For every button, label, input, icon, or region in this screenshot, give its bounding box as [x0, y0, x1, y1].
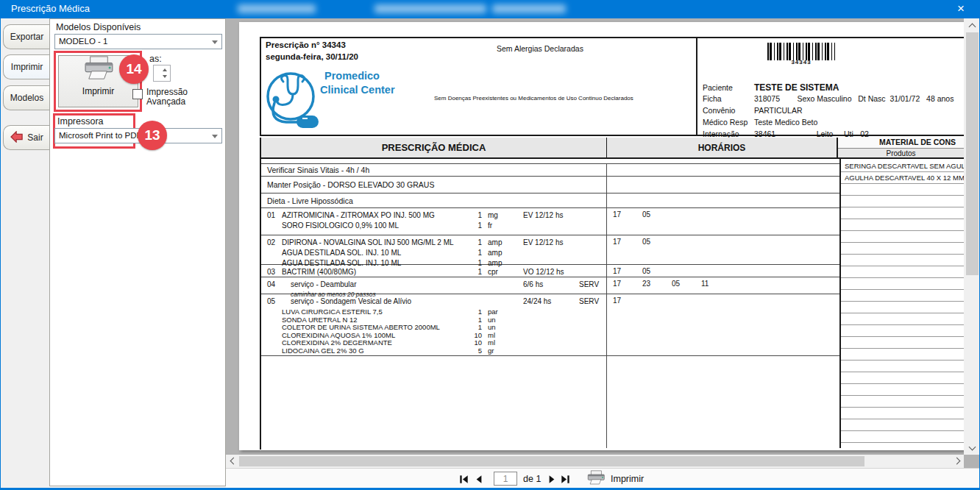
chevron-down-icon [212, 135, 218, 138]
close-icon[interactable]: × [948, 0, 973, 18]
sidebar-tab-label: Modelos [10, 93, 43, 103]
prescription-item-row: 05serviço - Sondagem Vesical de Alívio24… [261, 294, 839, 356]
item-description: serviço - Deambular [291, 280, 356, 288]
logo-line2: Clinical Center [320, 84, 395, 96]
item-tag: SERV [579, 280, 599, 288]
general-order-row: Verificar Sinais Vitais - 4h / 4h [261, 164, 839, 177]
logo-line1: Promedico [324, 70, 380, 82]
produto-row [841, 313, 964, 325]
vertical-scrollbar[interactable] [964, 18, 980, 455]
scroll-down-icon[interactable] [966, 441, 979, 454]
sidebar-tab-label: Sair [27, 132, 43, 143]
filler-cell [261, 356, 607, 448]
item-unit: cpr [488, 268, 498, 276]
produto-row [841, 219, 964, 231]
horarios-cell [607, 164, 839, 176]
horario-time: 23 [642, 280, 672, 288]
page-number-input[interactable] [494, 472, 517, 486]
item-frequency: EV 12/12 hs [523, 211, 563, 219]
patient-row-value: Teste Medico Beto [754, 118, 817, 127]
item-subline: CLOREXIDINA AQUOSA 1% 100ML10ml [261, 331, 606, 339]
horario-time: 17 [613, 267, 642, 275]
scroll-up-icon[interactable] [966, 19, 979, 32]
left-tab-strip: ExportarImprimirModelosSair [1, 18, 49, 490]
prescription-item-row: 04serviço - Deambular6/6 hsSERVcaminhar … [261, 277, 839, 294]
copies-stepper[interactable] [153, 65, 171, 82]
prescription-item-cell: 01AZITROMICINA - ZITROMAX PO INJ. 500 MG… [261, 208, 607, 235]
horarios-cell [607, 193, 839, 207]
horarios-cell: 17230511 [607, 277, 839, 294]
horario-time: 17 [613, 297, 642, 305]
window-title: Prescrição Médica [11, 3, 90, 14]
horizontal-scroll-thumb[interactable] [239, 456, 864, 466]
patient-row-label: Convênio [703, 106, 754, 115]
item-frequency: EV 12/12 hs [523, 238, 563, 246]
item-frequency: 24/24 hs [523, 297, 551, 305]
item-lines: AZITROMICINA - ZITROMAX PO INJ. 500 MG1m… [261, 211, 606, 232]
prescription-item-row: 03BACTRIM (400/80MG)1cprVO 12/12 hs1705 [261, 265, 839, 277]
sidebar-tab-modelos[interactable]: Modelos [3, 85, 50, 110]
chevron-down-icon [212, 40, 218, 44]
scroll-left-icon[interactable] [226, 455, 238, 467]
item-subline: CLOREXIDINA 2% DEGERMANTE10ml [261, 338, 606, 347]
prescription-number: Prescrição n° 34343 [266, 40, 346, 49]
table-header: PRESCRIÇÃO MÉDICA HORÁRIOS MATERIAL DE C… [261, 138, 964, 159]
vertical-scroll-thumb[interactable] [966, 32, 979, 275]
sidebar-tab-exportar[interactable]: Exportar [3, 24, 50, 49]
item-unit: fr [488, 221, 492, 230]
horarios-cell: 1705 [607, 265, 839, 277]
produto-row [841, 207, 964, 219]
produto-row: SERINGA DESCARTAVEL SEM AGULHA [841, 160, 964, 172]
step-badge-13: 13 [138, 121, 167, 150]
produto-row [841, 184, 964, 196]
produto-row [841, 278, 964, 290]
item-quantity: 1 [466, 316, 482, 324]
clinic-logo-text: Promedico Clinical Center [324, 69, 395, 97]
item-unit: gr [488, 347, 494, 355]
item-unit: mg [488, 211, 498, 219]
item-unit: par [488, 308, 498, 316]
next-page-icon[interactable] [547, 474, 558, 484]
prescription-print-window: Prescrição Médica × ExportarImprimirMode… [0, 0, 980, 490]
printer-icon [586, 470, 606, 489]
general-order-row: Dieta - Livre Hipossódica [261, 193, 839, 208]
prescription-item-row: 01AZITROMICINA - ZITROMAX PO INJ. 500 MG… [261, 208, 839, 235]
item-unit: amp [488, 238, 502, 246]
patient-row-label: Ficha [703, 94, 754, 103]
horario-time: 11 [701, 280, 731, 288]
horizontal-scrollbar[interactable] [226, 455, 964, 468]
produto-row [841, 337, 964, 349]
impressao-avancada-checkbox[interactable] [132, 89, 143, 99]
item-tag: SERV [579, 297, 599, 305]
page-count-label: de 1 [523, 474, 541, 484]
table-body: Verificar Sinais Vitais - 4h / 4hManter … [261, 159, 964, 448]
toolbar-imprimir-button[interactable]: Imprimir [586, 470, 644, 488]
document-header-band: Prescrição n° 34343 segunda-feira, 30/11… [260, 37, 964, 136]
produto-row [841, 384, 964, 396]
item-description: LUVA CIRURGICA ESTERIL 7,5 [282, 308, 383, 316]
produto-row [841, 325, 964, 337]
stepper-arrows-icon[interactable] [160, 66, 169, 80]
patient-row-value: PARTICULAR [754, 106, 803, 115]
sidebar-tab-sair[interactable]: Sair [3, 125, 50, 150]
item-lines: serviço - Sondagem Vesical de Alívio24/2… [261, 297, 606, 354]
item-unit: ml [488, 338, 495, 347]
prev-page-icon[interactable] [474, 474, 484, 484]
prescription-item-cell: 04serviço - Deambular6/6 hsSERVcaminhar … [261, 277, 607, 294]
modelo-select[interactable]: MODELO - 1 [54, 34, 222, 49]
item-quantity: 1 [466, 249, 482, 257]
produto-row: AGULHA DESCARTAVEL 40 X 12 MM [841, 172, 964, 184]
item-unit: ml [488, 331, 495, 339]
item-subline: LIDOCAINA GEL 2% 30 G5gr [261, 347, 606, 355]
sidebar-tab-imprimir[interactable]: Imprimir [3, 54, 50, 79]
patient-row-label: Médico Resp [703, 118, 754, 127]
item-line: AGUA DESTILADA SOL. INJ. 10 ML1amp [261, 249, 606, 259]
item-lines: BACTRIM (400/80MG)1cprVO 12/12 hs [261, 268, 606, 278]
scroll-right-icon[interactable] [951, 455, 964, 467]
produto-row [841, 243, 964, 255]
first-page-icon[interactable] [459, 474, 469, 484]
patient-row: Médico RespTeste Medico Beto [703, 118, 954, 129]
last-page-icon[interactable] [561, 474, 571, 484]
filler-row [261, 356, 839, 448]
produto-row [841, 196, 964, 207]
